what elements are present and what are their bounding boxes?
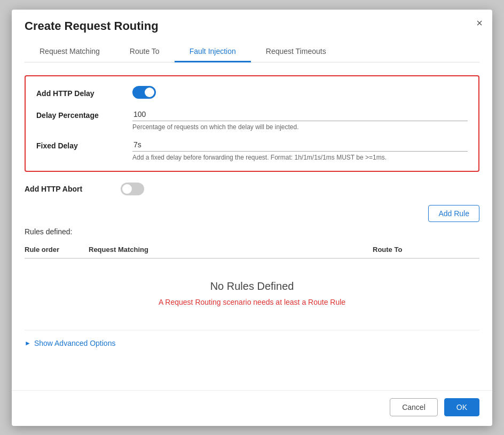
http-abort-label: Add HTTP Abort [25,185,110,193]
delay-percentage-hint: Percentage of requests on which the dela… [132,123,468,131]
http-delay-label: Add HTTP Delay [36,86,132,98]
empty-message: A Request Routing scenario needs at leas… [25,298,479,306]
http-delay-row: Add HTTP Delay [36,86,468,100]
ok-button[interactable]: OK [444,398,479,416]
fixed-delay-label: Fixed Delay [36,138,132,150]
tab-route-to[interactable]: Route To [115,42,175,62]
table-header: Rule order Request Matching Route To [25,241,479,259]
modal-title: Create Request Routing [25,19,479,33]
delay-percentage-input[interactable] [132,108,468,121]
add-rule-row: Add Rule [25,205,479,222]
tab-request-matching[interactable]: Request Matching [25,42,115,62]
col-header-route-to: Route To [373,246,479,254]
empty-state: No Rules Defined A Request Routing scena… [25,259,479,317]
cancel-button[interactable]: Cancel [390,398,438,416]
advanced-section: ► Show Advanced Options [25,330,479,347]
modal-body: Add HTTP Delay Delay Percentage Percenta… [12,62,492,390]
fixed-delay-input[interactable] [132,138,468,152]
delay-percentage-label: Delay Percentage [36,108,132,120]
col-header-rule-order: Rule order [25,246,89,254]
col-header-request-matching: Request Matching [89,246,373,254]
empty-title: No Rules Defined [25,280,479,292]
modal-footer: Cancel OK [12,390,492,426]
http-delay-control [132,86,468,100]
rules-section: Rules defined: Rule order Request Matchi… [25,227,479,317]
fixed-delay-control: Add a fixed delay before forwarding the … [132,138,468,161]
abort-toggle-slider [121,183,144,195]
http-abort-toggle[interactable] [121,183,144,195]
http-abort-row: Add HTTP Abort [25,183,479,195]
tab-fault-injection[interactable]: Fault Injection [175,42,251,62]
toggle-slider [132,86,156,99]
fixed-delay-row: Fixed Delay Add a fixed delay before for… [36,138,468,161]
tab-request-timeouts[interactable]: Request Timeouts [251,42,341,62]
add-rule-button[interactable]: Add Rule [428,205,479,222]
http-delay-toggle[interactable] [132,86,156,99]
tab-bar: Request Matching Route To Fault Injectio… [25,42,479,62]
fixed-delay-hint: Add a fixed delay before forwarding the … [132,154,468,161]
advanced-label: Show Advanced Options [34,339,116,347]
close-button[interactable]: × [476,17,483,29]
modal-header: Create Request Routing × [12,10,492,42]
modal: Create Request Routing × Request Matchin… [12,10,492,426]
delay-percentage-row: Delay Percentage Percentage of requests … [36,108,468,131]
advanced-toggle[interactable]: ► Show Advanced Options [25,339,479,347]
http-delay-section: Add HTTP Delay Delay Percentage Percenta… [25,75,479,172]
delay-percentage-control: Percentage of requests on which the dela… [132,108,468,131]
chevron-right-icon: ► [25,339,31,347]
rules-title: Rules defined: [25,227,479,236]
